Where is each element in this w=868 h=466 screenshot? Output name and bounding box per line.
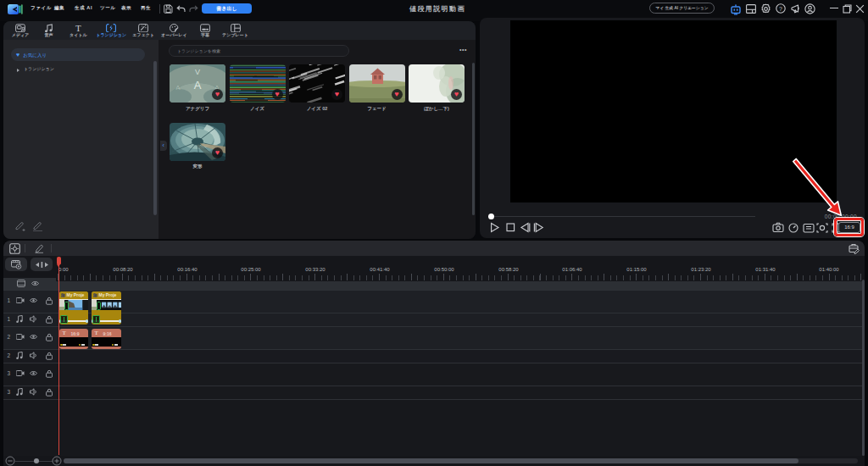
svg-text:A: A [175, 84, 181, 92]
svg-text:?: ? [779, 6, 782, 12]
svg-text:V: V [195, 68, 200, 76]
svg-text:A: A [194, 79, 202, 92]
